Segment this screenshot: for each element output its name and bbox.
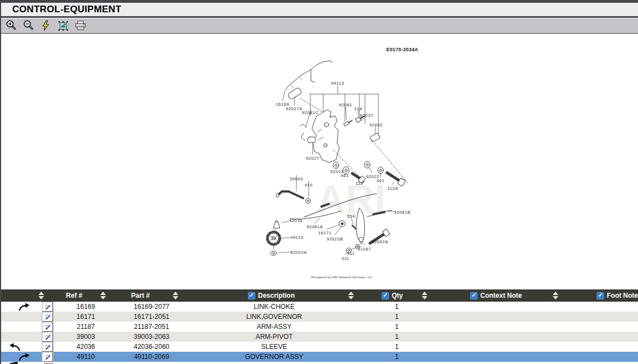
qty-checkbox[interactable] — [382, 292, 389, 299]
part-label: 311 — [342, 256, 349, 261]
zoom-in-button[interactable] — [5, 20, 17, 31]
zoom-in-icon — [6, 20, 17, 31]
edit-note-icon — [44, 314, 51, 320]
part-label: 42036 — [289, 218, 303, 223]
desc-cell: ARM-ASSY — [191, 323, 358, 331]
ref-cell: 16171 — [59, 313, 113, 321]
part-cell: 16169-2077 — [113, 303, 191, 311]
edit-note-button[interactable] — [42, 312, 53, 322]
column-header-foot-group: Foot Note — [597, 292, 638, 299]
hotspot-toggle-button[interactable] — [40, 20, 52, 31]
part-cell: 39003-2063 — [113, 333, 191, 341]
part-label: 49110 — [290, 235, 304, 240]
partially-visible-row[interactable] — [1, 362, 638, 364]
column-header-description[interactable]: Description — [258, 292, 295, 299]
curved-arrow-left-icon — [9, 343, 21, 351]
part-label: 554 — [347, 214, 355, 219]
column-header-ref[interactable]: Ref # — [66, 292, 82, 299]
part-cell: 49110-2069 — [113, 353, 191, 361]
desc-cell: ARM-PIVOT — [191, 333, 358, 341]
sort-control-desc[interactable] — [172, 292, 178, 299]
qty-cell: 1 — [358, 313, 436, 321]
desc-cell: SLEEVE — [191, 343, 358, 351]
edit-note-icon — [44, 334, 51, 340]
sort-control-part[interactable] — [100, 292, 106, 299]
column-header-context-group: Context Note — [470, 292, 522, 299]
sort-up-icon — [173, 292, 178, 295]
part-labels: 491131616992027A92081C920812149203792002… — [276, 81, 411, 261]
part-label: 21187 — [358, 247, 371, 252]
column-header-qty[interactable]: Qty — [392, 292, 403, 299]
diagram-code: E0170-2034A — [386, 47, 418, 52]
sort-down-icon — [100, 296, 106, 299]
row-arrow-cell — [1, 312, 36, 322]
edit-note-button[interactable] — [42, 352, 53, 362]
edit-note-icon — [44, 304, 51, 310]
zoom-out-button[interactable] — [22, 20, 35, 31]
sort-control-foot[interactable] — [552, 292, 558, 299]
sort-down-icon — [173, 296, 178, 299]
ref-cell: 49110 — [59, 353, 113, 361]
parts-diagram[interactable]: ARI — [1, 34, 638, 289]
desc-cell: GOVERNOR ASSY — [191, 353, 358, 361]
table-row[interactable]: 42036 42036-2060 SLEEVE 1 — [1, 342, 638, 352]
part-label: 92027 — [306, 156, 319, 161]
curved-arrow-right-icon — [18, 303, 30, 311]
row-arrow-cell — [1, 352, 36, 362]
part-cell: 42036-2060 — [113, 343, 191, 351]
foot-note-checkbox[interactable] — [597, 292, 604, 299]
edit-note-button[interactable] — [42, 322, 53, 332]
qty-cell: 1 — [358, 343, 436, 351]
part-label: 16171 — [318, 230, 332, 235]
sort-up-icon — [348, 292, 354, 295]
row-arrow-cell — [1, 332, 36, 342]
column-header-part[interactable]: Part # — [131, 292, 149, 299]
sort-down-icon — [422, 296, 427, 299]
part-label: 92081 — [339, 102, 352, 107]
table-row-selected[interactable]: 49110 49110-2069 GOVERNOR ASSY 1 — [1, 352, 638, 362]
part-label: 92081C — [302, 110, 319, 115]
image-select-icon — [58, 21, 69, 31]
edit-note-icon — [44, 324, 51, 330]
description-checkbox[interactable] — [248, 292, 255, 299]
title-bar: CONTROL-EQUIPMENT — [1, 3, 638, 18]
part-cell: 21187-2051 — [113, 323, 191, 331]
image-select-button[interactable] — [57, 20, 69, 31]
edit-note-button[interactable] — [42, 342, 53, 352]
part-label: 92022A — [290, 250, 307, 255]
desc-cell: LINK,GOVERNOR — [191, 313, 358, 321]
edit-note-button[interactable] — [42, 302, 53, 312]
part-cell: 16171-2051 — [113, 313, 191, 321]
part-label: 39003 — [290, 176, 303, 181]
part-label: 214 — [354, 106, 362, 111]
table-row[interactable]: 16169 16169-2077 LINK-CHOKE 1 — [1, 302, 638, 312]
curved-arrow-right-icon — [18, 353, 30, 361]
edit-note-button[interactable] — [42, 332, 53, 342]
parts-catalog-window: CONTROL-EQUIPMENT — [0, 0, 638, 364]
print-button[interactable] — [74, 20, 86, 31]
lightning-icon — [41, 20, 51, 31]
edit-note-icon — [44, 354, 51, 360]
row-arrow-cell — [1, 302, 36, 312]
row-arrow-cell — [1, 322, 36, 332]
part-label: 92037 — [360, 113, 373, 118]
part-label: 92081B — [394, 210, 411, 215]
table-row[interactable]: 16171 16171-2051 LINK,GOVERNOR 1 — [1, 312, 638, 322]
column-header-context-note[interactable]: Context Note — [480, 292, 522, 299]
sort-down-icon — [38, 296, 44, 299]
sort-control-ref[interactable] — [38, 292, 44, 299]
sort-down-icon — [553, 296, 558, 299]
table-header: Ref # Part # Description Qty Context Not… — [1, 289, 638, 302]
table-row[interactable]: 21187 21187-2051 ARM-ASSY 1 — [1, 322, 638, 332]
context-note-checkbox[interactable] — [470, 292, 478, 299]
part-label: 112 — [355, 181, 363, 186]
sort-up-icon — [553, 292, 558, 295]
table-row[interactable]: 39003 39003-2063 ARM-PIVOT 1 — [1, 332, 638, 342]
part-label: 461 — [377, 178, 384, 183]
qty-cell: 1 — [358, 323, 436, 331]
part-label: 92027A — [286, 106, 303, 111]
sort-control-context[interactable] — [421, 292, 427, 299]
column-header-foot-note[interactable]: Foot Note — [607, 292, 638, 299]
zoom-out-icon — [23, 20, 34, 31]
sort-control-qty[interactable] — [348, 292, 354, 299]
